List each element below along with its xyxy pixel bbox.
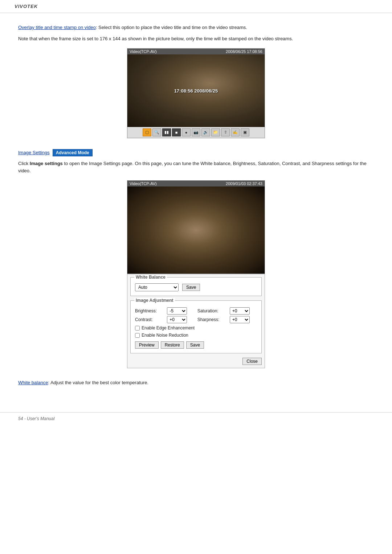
page-number: 54 - User's Manual — [18, 416, 54, 421]
white-balance-title: White Balance — [134, 275, 167, 280]
ctrl-pause[interactable]: ▮▮ — [162, 128, 171, 136]
brightness-select[interactable]: -5 — [167, 307, 187, 315]
ctrl-folder[interactable]: 📁 — [211, 128, 220, 136]
white-balance-desc: White balance: Adjust the value for the … — [18, 379, 374, 387]
video2-titlebar: Video(TCP-AV) 2009/01/03 02:37:43 — [127, 181, 265, 186]
ctrl-zoom[interactable]: 🔍 — [152, 128, 161, 136]
adjustment-grid: Brightness: -5 Saturation: +0 Contrast: … — [135, 307, 257, 323]
overlay-text: : Select this option to place the video … — [96, 25, 247, 30]
desc-bold: Image settings — [30, 161, 63, 166]
page-footer: 54 - User's Manual — [0, 412, 392, 425]
video1-timestamp-overlay: 17:08:56 2008/06/25 — [174, 88, 218, 93]
note-paragraph: Note that when the frame size is set to … — [18, 35, 374, 43]
video1-timestamp-header: 2008/06/25 17:08:56 — [226, 49, 262, 54]
image-adjustment-title: Image Adjustment — [134, 298, 175, 303]
preview-button[interactable]: Preview — [135, 341, 159, 349]
video2-bg — [127, 186, 265, 274]
image-settings-header: Image Settings Advanced Mode — [18, 149, 374, 156]
contrast-select[interactable]: +0 — [167, 316, 187, 323]
close-button[interactable]: Close — [242, 358, 262, 365]
image-adjustment-section: Image Adjustment Brightness: -5 Saturati… — [130, 300, 262, 353]
ctrl-display[interactable]: ▣ — [241, 128, 249, 136]
video1-screen: 17:08:56 2008/06/25 — [127, 54, 265, 127]
saturation-select[interactable]: +0 — [230, 307, 250, 315]
ctrl-upload[interactable]: ⇧ — [221, 128, 230, 136]
overlay-title-link[interactable]: Overlay title and time stamp on video — [18, 25, 96, 30]
desc-rest: to open the Image Settings page. On this… — [18, 161, 367, 174]
edge-enhancement-label: Enable Edge Enhancement — [142, 325, 195, 331]
video2-title: Video(TCP-AV) — [130, 181, 157, 186]
ctrl-audio[interactable]: 🔊 — [201, 128, 210, 136]
video2-timestamp: 2009/01/03 02:37:43 — [226, 181, 262, 186]
white-balance-row: Auto Save — [135, 283, 257, 291]
ctrl-dot[interactable]: ● — [182, 128, 191, 136]
close-row: Close — [127, 356, 265, 368]
video1-controls: ▢ 🔍 ▮▮ ■ ● 📷 🔊 📁 ⇧ ✍ ▣ — [127, 127, 265, 138]
advanced-mode-badge[interactable]: Advanced Mode — [53, 149, 93, 156]
sharpness-label: Sharpness: — [197, 317, 227, 322]
action-buttons: Preview Restore Save — [135, 341, 257, 349]
edge-enhancement-checkbox[interactable] — [135, 326, 140, 331]
footer-rest: : Adjust the value for the best color te… — [48, 380, 148, 385]
image-settings-description: Click Image settings to open the Image S… — [18, 160, 374, 175]
white-balance-link[interactable]: White balance — [18, 380, 48, 385]
video2-screen — [127, 186, 265, 274]
video2-area: Video(TCP-AV) 2009/01/03 02:37:43 White … — [18, 180, 374, 368]
white-balance-section: White Balance Auto Save — [130, 277, 262, 296]
white-balance-save-button[interactable]: Save — [182, 284, 200, 291]
brightness-label: Brightness: — [135, 308, 164, 313]
settings-panel: White Balance Auto Save Image Adjustment… — [127, 274, 265, 368]
contrast-label: Contrast: — [135, 317, 164, 322]
white-balance-select[interactable]: Auto — [135, 283, 179, 291]
ctrl-camera[interactable]: 📷 — [192, 128, 200, 136]
image-settings-link[interactable]: Image Settings — [18, 150, 50, 155]
main-content: Overlay title and time stamp on video: S… — [0, 20, 392, 401]
ctrl-stop[interactable]: ■ — [172, 128, 181, 136]
saturation-label: Saturation: — [197, 308, 227, 313]
brand-logo: VIVOTEK — [15, 4, 38, 9]
noise-reduction-label: Enable Noise Reduction — [142, 333, 188, 338]
restore-button[interactable]: Restore — [161, 341, 184, 349]
overlay-paragraph: Overlay title and time stamp on video: S… — [18, 24, 374, 32]
ctrl-record[interactable]: ▢ — [143, 128, 151, 136]
video2-frame: Video(TCP-AV) 2009/01/03 02:37:43 — [127, 180, 265, 274]
video1-frame: Video(TCP-AV) 2008/06/25 17:08:56 17:08:… — [127, 48, 265, 138]
ctrl-hand[interactable]: ✍ — [231, 128, 240, 136]
desc-prefix: Click — [18, 161, 30, 166]
video1-container: Video(TCP-AV) 2008/06/25 17:08:56 17:08:… — [18, 48, 374, 138]
edge-enhancement-row: Enable Edge Enhancement — [135, 325, 257, 331]
noise-reduction-checkbox[interactable] — [135, 333, 140, 338]
video1-titlebar: Video(TCP-AV) 2008/06/25 17:08:56 — [127, 49, 265, 54]
page-header: VIVOTEK — [0, 0, 392, 13]
sharpness-select[interactable]: +0 — [230, 316, 250, 323]
adj-save-button[interactable]: Save — [186, 341, 204, 349]
noise-reduction-row: Enable Noise Reduction — [135, 333, 257, 338]
video1-title: Video(TCP-AV) — [130, 49, 157, 54]
